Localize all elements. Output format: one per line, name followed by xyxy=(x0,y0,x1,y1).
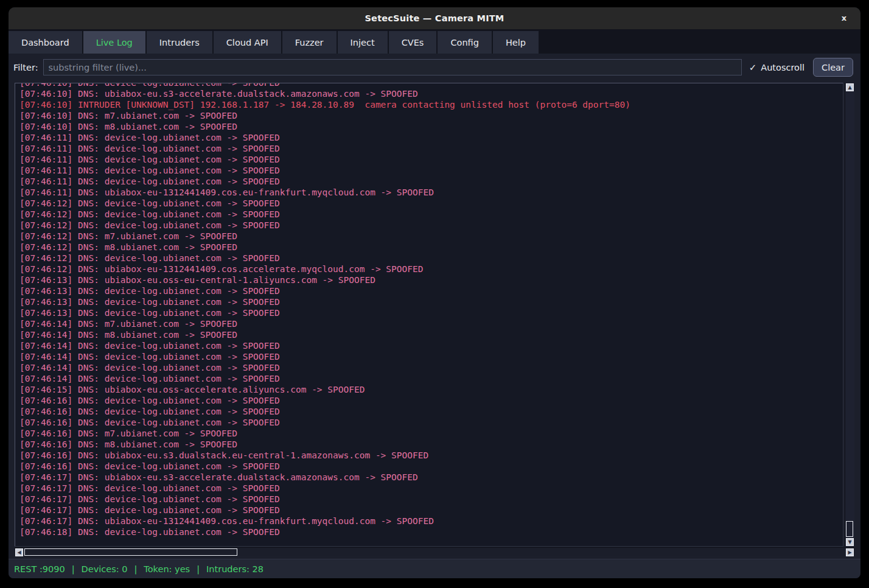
log-line: [07:46:17] DNS: ubiabox-eu.s3-accelerate… xyxy=(19,472,843,483)
log-line: [07:46:13] DNS: device-log.ubianet.com -… xyxy=(19,285,843,296)
tab-config[interactable]: Config xyxy=(438,31,492,54)
status-separator: | xyxy=(134,564,137,574)
clear-button[interactable]: Clear xyxy=(813,58,853,77)
tab-live-log[interactable]: Live Log xyxy=(83,31,145,54)
log-line: [07:46:18] DNS: device-log.ubianet.com -… xyxy=(19,527,843,537)
filter-input[interactable] xyxy=(43,59,742,75)
checkmark-icon: ✓ xyxy=(749,62,757,73)
tab-intruders[interactable]: Intruders xyxy=(147,31,212,54)
status-separator: | xyxy=(197,564,200,574)
tab-cloud-api[interactable]: Cloud API xyxy=(214,31,281,54)
close-button[interactable]: x xyxy=(839,13,850,24)
log-line: [07:46:15] DNS: ubiabox-eu.oss-accelerat… xyxy=(19,384,843,395)
log-line: [07:46:14] DNS: device-log.ubianet.com -… xyxy=(19,351,843,362)
log-line: [07:46:10] DNS: m8.ubianet.com -> SPOOFE… xyxy=(19,121,843,132)
log-line: [07:46:17] DNS: device-log.ubianet.com -… xyxy=(19,494,843,505)
log-line: [07:46:17] DNS: device-log.ubianet.com -… xyxy=(19,505,843,516)
status-separator: | xyxy=(72,564,75,574)
log-line: [07:46:11] DNS: ubiabox-eu-1312441409.co… xyxy=(19,187,843,198)
log-frame: [07:46:10] DNS: device-log.ubianet.com -… xyxy=(15,83,854,556)
log-line: [07:46:12] DNS: ubiabox-eu-1312441409.co… xyxy=(19,264,843,275)
log-line: [07:46:17] DNS: device-log.ubianet.com -… xyxy=(19,483,843,494)
scroll-left-button[interactable]: ◀ xyxy=(15,548,23,556)
horizontal-scrollbar-thumb[interactable] xyxy=(24,548,237,556)
log-output[interactable]: [07:46:10] DNS: device-log.ubianet.com -… xyxy=(15,83,843,547)
log-line: [07:46:12] DNS: m8.ubianet.com -> SPOOFE… xyxy=(19,242,843,253)
log-line: [07:46:12] DNS: device-log.ubianet.com -… xyxy=(19,220,843,231)
log-line: [07:46:11] DNS: device-log.ubianet.com -… xyxy=(19,165,843,176)
log-line: [07:46:17] DNS: ubiabox-eu-1312441409.co… xyxy=(19,516,843,527)
autoscroll-checkbox[interactable]: ✓ Autoscroll xyxy=(749,62,804,73)
status-item: Intruders: 28 xyxy=(206,564,263,574)
status-item: REST :9090 xyxy=(14,564,65,574)
log-line: [07:46:12] DNS: device-log.ubianet.com -… xyxy=(19,209,843,220)
log-line: [07:46:14] DNS: m7.ubianet.com -> SPOOFE… xyxy=(19,318,843,329)
log-line: [07:46:16] DNS: device-log.ubianet.com -… xyxy=(19,461,843,472)
log-line: [07:46:16] DNS: ubiabox-eu.s3.dualstack.… xyxy=(19,450,843,461)
scroll-right-button[interactable]: ▶ xyxy=(846,548,854,556)
log-line: [07:46:14] DNS: device-log.ubianet.com -… xyxy=(19,362,843,373)
log-line: [07:46:13] DNS: device-log.ubianet.com -… xyxy=(19,296,843,307)
log-line: [07:46:16] DNS: device-log.ubianet.com -… xyxy=(19,417,843,428)
status-item: Devices: 0 xyxy=(82,564,128,574)
log-line: [07:46:12] DNS: device-log.ubianet.com -… xyxy=(19,253,843,264)
log-line: [07:46:11] DNS: device-log.ubianet.com -… xyxy=(19,132,843,143)
vertical-scrollbar[interactable]: ▲ ▼ xyxy=(845,83,854,547)
scroll-up-button[interactable]: ▲ xyxy=(846,83,854,91)
title-bar[interactable]: SetecSuite — Camera MITM x xyxy=(9,7,860,29)
filter-label: Filter: xyxy=(13,63,38,72)
log-line: [07:46:10] DNS: device-log.ubianet.com -… xyxy=(19,83,843,88)
log-line: [07:46:11] DNS: device-log.ubianet.com -… xyxy=(19,154,843,165)
tab-fuzzer[interactable]: Fuzzer xyxy=(282,31,337,54)
log-line: [07:46:16] DNS: m7.ubianet.com -> SPOOFE… xyxy=(19,428,843,439)
log-line: [07:46:16] DNS: device-log.ubianet.com -… xyxy=(19,406,843,417)
window-title: SetecSuite — Camera MITM xyxy=(365,13,504,23)
log-line: [07:46:11] DNS: device-log.ubianet.com -… xyxy=(19,143,843,154)
scroll-down-button[interactable]: ▼ xyxy=(846,538,854,546)
log-line: [07:46:16] DNS: m8.ubianet.com -> SPOOFE… xyxy=(19,439,843,450)
vertical-scrollbar-thumb[interactable] xyxy=(846,521,853,537)
status-item: Token: yes xyxy=(144,564,190,574)
log-line: [07:46:11] DNS: device-log.ubianet.com -… xyxy=(19,176,843,187)
log-line: [07:46:10] DNS: ubiabox-eu.s3-accelerate… xyxy=(19,88,843,99)
autoscroll-label: Autoscroll xyxy=(761,63,804,72)
filter-row: Filter: ✓ Autoscroll Clear xyxy=(9,54,860,81)
log-line: [07:46:14] DNS: device-log.ubianet.com -… xyxy=(19,340,843,351)
log-line: [07:46:10] DNS: m7.ubianet.com -> SPOOFE… xyxy=(19,110,843,121)
tab-help[interactable]: Help xyxy=(493,31,539,54)
log-line-intruder: [07:46:10] INTRUDER [UNKNOWN_DST] 192.16… xyxy=(19,99,843,110)
status-bar: REST :9090|Devices: 0|Token: yes|Intrude… xyxy=(9,559,860,578)
tab-bar: DashboardLive LogIntrudersCloud APIFuzze… xyxy=(9,29,860,54)
log-line: [07:46:13] DNS: device-log.ubianet.com -… xyxy=(19,307,843,318)
tab-inject[interactable]: Inject xyxy=(338,31,388,54)
log-line: [07:46:12] DNS: device-log.ubianet.com -… xyxy=(19,198,843,209)
log-line: [07:46:14] DNS: device-log.ubianet.com -… xyxy=(19,373,843,384)
tab-cves[interactable]: CVEs xyxy=(389,31,437,54)
tab-dashboard[interactable]: Dashboard xyxy=(9,31,82,54)
app-window: SetecSuite — Camera MITM x DashboardLive… xyxy=(9,7,860,578)
log-line: [07:46:16] DNS: device-log.ubianet.com -… xyxy=(19,395,843,406)
log-line: [07:46:13] DNS: ubiabox-eu.oss-eu-centra… xyxy=(19,275,843,285)
horizontal-scrollbar[interactable]: ◀ ▶ xyxy=(15,547,854,556)
log-line: [07:46:14] DNS: m8.ubianet.com -> SPOOFE… xyxy=(19,329,843,340)
log-line: [07:46:12] DNS: m7.ubianet.com -> SPOOFE… xyxy=(19,231,843,242)
